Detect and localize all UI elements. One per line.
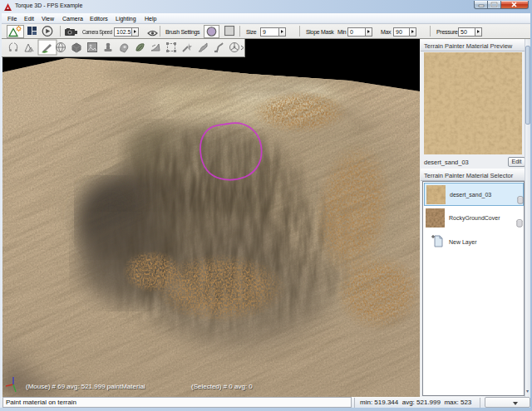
svg-text:(Selected) # 0 avg: 0: (Selected) # 0 avg: 0	[191, 383, 253, 390]
svg-text:(Mouse) # 69 avg: 521.999 pai: (Mouse) # 69 avg: 521.999 paintMaterial	[26, 383, 145, 390]
